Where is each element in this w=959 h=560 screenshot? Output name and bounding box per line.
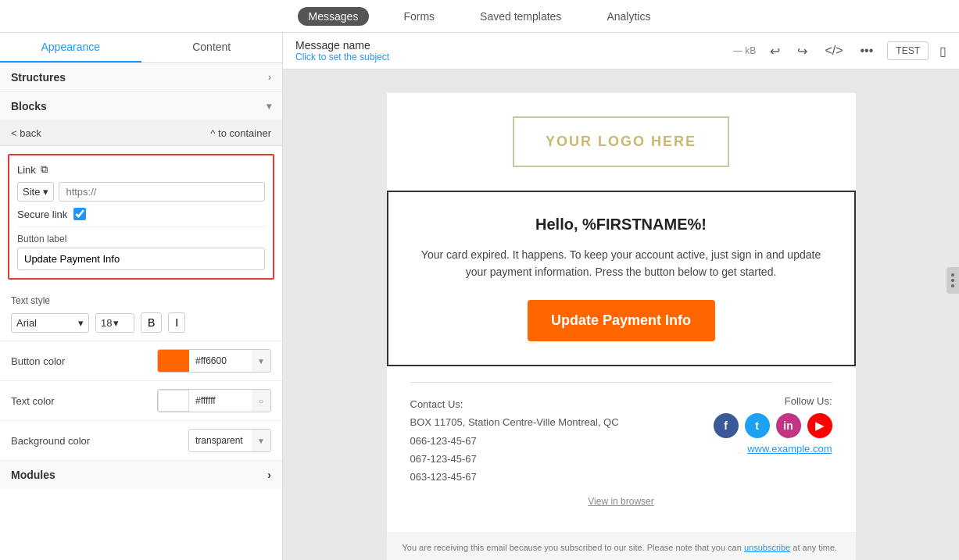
website-link[interactable]: www.example.com (714, 443, 832, 455)
link-copy-icon[interactable]: ⧉ (41, 163, 48, 176)
italic-button[interactable]: I (168, 312, 185, 333)
modules-label: Modules (11, 469, 55, 481)
text-color-row: Text color #ffffff ○ (0, 381, 282, 421)
font-chevron-icon: ▾ (78, 317, 84, 329)
test-button[interactable]: TEST (887, 41, 929, 60)
size-select[interactable]: 18 ▾ (95, 313, 134, 333)
link-label: Link (17, 164, 36, 176)
nav-analytics[interactable]: Analytics (596, 7, 661, 26)
back-button[interactable]: < back (11, 127, 41, 139)
panel-tabs: Appearance Content (0, 33, 282, 63)
disclaimer-text: You are receiving this email because you… (403, 543, 742, 552)
facebook-icon[interactable]: f (714, 413, 739, 438)
top-nav: Messages Forms Saved templates Analytics (0, 0, 959, 33)
size-chevron-icon: ▾ (113, 317, 119, 329)
font-select[interactable]: Arial ▾ (11, 313, 89, 333)
divider (17, 226, 265, 227)
bg-color-swatch[interactable]: transparent ▼ (188, 429, 271, 452)
header-actions: — kB ↩ ↪ </> ••• TEST ▯ (733, 41, 946, 62)
twitter-icon[interactable]: t (745, 413, 770, 438)
dot-1 (951, 273, 954, 276)
text-style-row: Arial ▾ 18 ▾ B I (11, 312, 271, 333)
structures-header[interactable]: Structures › (0, 63, 282, 92)
bg-color-picker-icon[interactable]: ▼ (252, 430, 270, 451)
more-icon[interactable]: ••• (857, 41, 877, 61)
button-color-row: Button color #ff6600 ▼ (0, 341, 282, 381)
button-color-swatch[interactable]: #ff6600 ▼ (157, 349, 271, 373)
button-label-field-label: Button label (17, 234, 265, 244)
contact-label: Contact Us: (410, 395, 619, 413)
button-color-value: #ff6600 (189, 350, 252, 372)
footer-content: Contact Us: BOX 11705, Station Centre-Vi… (410, 395, 832, 487)
message-header: Message name Click to set the subject — … (283, 33, 959, 70)
secure-link-label: Secure link (17, 209, 67, 220)
follow-label: Follow Us: (714, 395, 832, 407)
email-greeting: Hello, %FIRSTNAME%! (412, 216, 831, 234)
dot-2 (951, 279, 954, 282)
email-canvas: YOUR LOGO HERE Hello, %FIRSTNAME%! Your … (283, 70, 959, 560)
disclaimer-end: at any time. (793, 543, 837, 552)
contact-phone1: 066-123-45-67 (410, 432, 619, 450)
text-color-label: Text color (11, 395, 55, 407)
blocks-label: Blocks (11, 100, 47, 112)
contact-phone3: 063-123-45-67 (410, 468, 619, 486)
nav-forms[interactable]: Forms (392, 7, 446, 26)
text-style-section: Text style Arial ▾ 18 ▾ B I (0, 287, 282, 341)
bg-color-label: Background color (11, 435, 90, 447)
email-footer: Contact Us: BOX 11705, Station Centre-Vi… (387, 366, 856, 532)
nav-messages[interactable]: Messages (298, 7, 370, 26)
text-color-swatch[interactable]: #ffffff ○ (157, 389, 271, 412)
email-content-block: Hello, %FIRSTNAME%! Your card expired. I… (387, 191, 856, 366)
blocks-header[interactable]: Blocks ▾ (0, 92, 282, 121)
font-value: Arial (16, 317, 37, 329)
unsubscribe-link[interactable]: unsubscribe (744, 543, 790, 552)
undo-icon[interactable]: ↩ (767, 41, 783, 62)
secure-link-checkbox[interactable] (73, 208, 86, 220)
link-section-header: Link ⧉ (17, 163, 265, 176)
text-color-value: #ffffff (189, 390, 252, 412)
button-color-label: Button color (11, 355, 65, 367)
modules-header[interactable]: Modules › (0, 461, 282, 489)
bold-button[interactable]: B (141, 312, 162, 333)
message-name-section: Message name Click to set the subject (295, 39, 389, 62)
view-in-browser-link[interactable]: View in browser (588, 496, 653, 507)
mobile-preview-icon[interactable]: ▯ (939, 44, 946, 59)
site-label: Site (23, 186, 40, 198)
main-layout: Appearance Content Structures › Blocks ▾… (0, 33, 959, 560)
text-style-label: Text style (11, 295, 271, 306)
bg-color-row: Background color transparent ▼ (0, 421, 282, 461)
tab-appearance[interactable]: Appearance (0, 33, 141, 62)
right-panel: Message name Click to set the subject — … (283, 33, 959, 560)
button-color-box (158, 350, 189, 372)
to-container-button[interactable]: ^ to container (210, 127, 271, 139)
social-icons: f t in ▶ (714, 413, 832, 438)
message-name[interactable]: Message name (295, 39, 389, 52)
nav-saved-templates[interactable]: Saved templates (469, 7, 572, 26)
tab-content[interactable]: Content (141, 33, 283, 62)
structures-label: Structures (11, 71, 66, 84)
bg-color-value: transparent (189, 430, 252, 451)
footer-contact: Contact Us: BOX 11705, Station Centre-Vi… (410, 395, 619, 487)
site-select-dropdown[interactable]: Site ▾ (17, 182, 54, 202)
cta-button[interactable]: Update Payment Info (528, 300, 715, 341)
url-input[interactable] (59, 182, 265, 202)
footer-disclaimer: You are receiving this email because you… (387, 532, 856, 560)
redo-icon[interactable]: ↪ (794, 41, 810, 62)
email-body-text: Your card expired. It happens. To keep y… (412, 246, 831, 281)
contact-phone2: 067-123-45-67 (410, 450, 619, 468)
button-label-input[interactable] (17, 248, 265, 270)
button-color-picker-icon[interactable]: ▼ (252, 350, 270, 372)
edge-dots-button[interactable] (946, 267, 959, 294)
email-wrapper: YOUR LOGO HERE Hello, %FIRSTNAME%! Your … (387, 93, 856, 560)
kb-label: — kB (733, 45, 756, 56)
text-color-picker-icon[interactable]: ○ (252, 390, 270, 412)
instagram-icon[interactable]: in (776, 413, 801, 438)
text-color-box (158, 390, 189, 412)
size-value: 18 (101, 317, 112, 329)
view-in-browser: View in browser (410, 487, 832, 516)
left-panel: Appearance Content Structures › Blocks ▾… (0, 33, 283, 560)
youtube-icon[interactable]: ▶ (807, 413, 832, 438)
link-section: Link ⧉ Site ▾ Secure link Button label (8, 154, 274, 280)
code-icon[interactable]: </> (821, 41, 846, 61)
message-subject[interactable]: Click to set the subject (295, 52, 389, 62)
